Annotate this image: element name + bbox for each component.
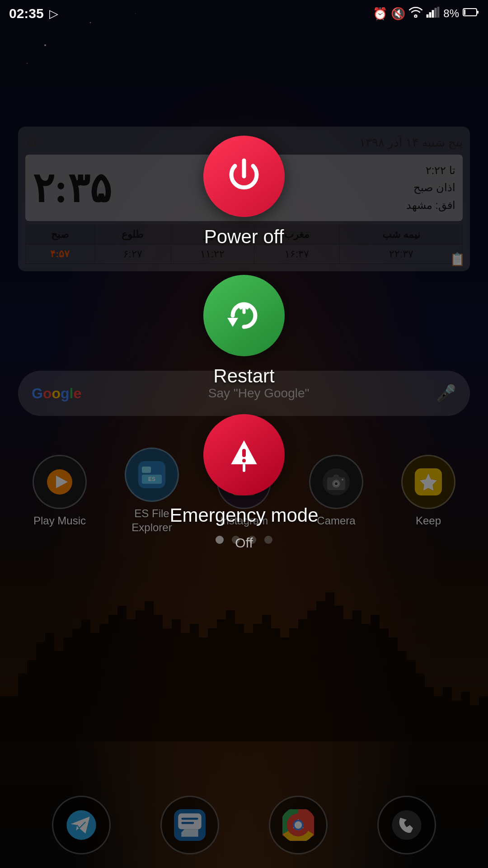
svg-rect-26 [477, 11, 479, 14]
emergency-sub-label: Off [235, 535, 253, 551]
status-left: 02:35 ▷ [9, 6, 58, 21]
wifi-icon [409, 7, 422, 21]
emergency-item[interactable]: Emergency mode Off [169, 414, 318, 551]
svg-marker-56 [227, 318, 238, 327]
restart-item[interactable]: Restart [203, 275, 285, 387]
status-right: ⏰ 🔇 8% [373, 7, 479, 21]
svg-rect-60 [242, 449, 246, 457]
power-off-button[interactable] [203, 136, 285, 217]
power-off-item[interactable]: Power off [203, 136, 285, 248]
emergency-label: Emergency mode [169, 505, 318, 526]
battery-icon [463, 7, 479, 20]
battery-text: 8% [443, 7, 459, 20]
status-bar: 02:35 ▷ ⏰ 🔇 8% [0, 0, 488, 27]
svg-rect-27 [464, 9, 465, 15]
power-off-label: Power off [204, 226, 284, 248]
status-time: 02:35 [9, 6, 44, 21]
svg-rect-24 [437, 7, 440, 18]
signal-icon [426, 7, 440, 20]
play-indicator-icon: ▷ [49, 7, 58, 21]
svg-rect-23 [435, 8, 437, 18]
emergency-button[interactable] [203, 414, 285, 495]
svg-rect-22 [432, 10, 434, 18]
svg-rect-20 [427, 14, 429, 18]
restart-button[interactable] [203, 275, 285, 356]
svg-rect-21 [429, 12, 432, 18]
power-menu: Power off Restart [0, 136, 488, 551]
svg-point-61 [242, 459, 246, 462]
alarm-icon: ⏰ [373, 7, 387, 21]
restart-label: Restart [213, 365, 274, 387]
mute-icon: 🔇 [391, 7, 405, 21]
